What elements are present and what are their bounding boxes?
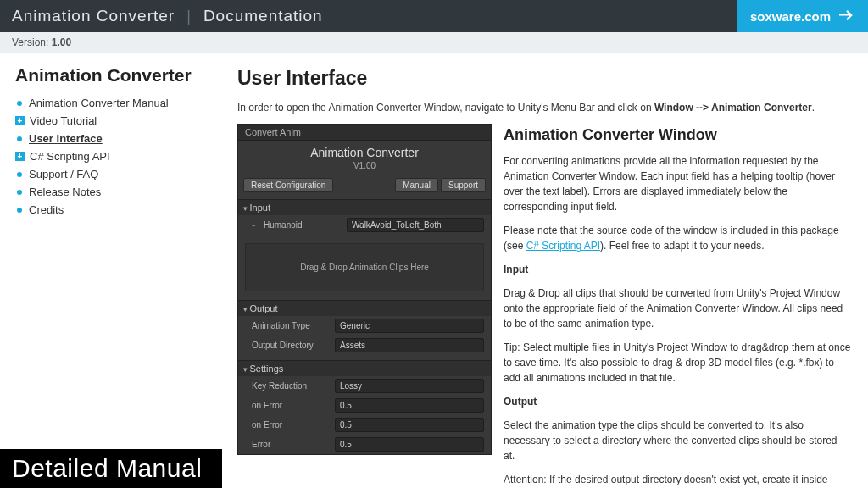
dot-icon bbox=[17, 101, 22, 106]
sidebar-item-label: Video Tutorial bbox=[30, 114, 97, 127]
content: User Interface In order to open the Anim… bbox=[237, 53, 868, 488]
settings-section-header[interactable]: Settings bbox=[238, 360, 491, 376]
version-label: Version: bbox=[12, 36, 48, 48]
sidebar-item-label: Release Notes bbox=[29, 186, 101, 198]
description-column: Animation Converter Window For convertin… bbox=[504, 124, 851, 488]
key-reduction-label: Key Reduction bbox=[252, 381, 330, 391]
dot-icon bbox=[17, 190, 22, 195]
error-label-2: on Error bbox=[252, 420, 330, 430]
page-title: User Interface bbox=[237, 67, 851, 90]
drop-zone[interactable]: Drag & Drop Animation Clips Here bbox=[245, 243, 484, 291]
key-reduction-select[interactable]: Lossy bbox=[335, 379, 484, 393]
bullet-icon: - bbox=[252, 221, 259, 230]
desc-p1: For converting animations provide all th… bbox=[504, 153, 851, 214]
arrow-right-icon bbox=[839, 9, 854, 24]
window-version: V1.00 bbox=[238, 161, 491, 175]
error-field-3[interactable]: 0.5 bbox=[335, 437, 484, 452]
output-directory-field[interactable]: Assets bbox=[335, 338, 484, 352]
output-p1: Select the animation type the clips shou… bbox=[504, 418, 851, 463]
input-clip-row: - Humanoid WalkAvoid_ToLeft_Both bbox=[238, 215, 491, 235]
output-heading: Output bbox=[504, 396, 537, 408]
sidebar-item[interactable]: Credits bbox=[15, 201, 224, 219]
sidebar-heading: Animation Converter bbox=[15, 65, 224, 86]
dot-icon bbox=[17, 208, 22, 213]
scripting-api-link[interactable]: C# Scripting API bbox=[526, 240, 600, 252]
error-label-3: Error bbox=[252, 440, 330, 449]
sidebar-item[interactable]: Release Notes bbox=[15, 183, 224, 201]
error-label-1: on Error bbox=[252, 401, 330, 410]
sidebar-item-label: Animation Converter Manual bbox=[29, 97, 169, 109]
input-p2: Tip: Select multiple files in Unity's Pr… bbox=[504, 340, 851, 385]
input-heading: Input bbox=[504, 263, 528, 275]
animation-type-label: Animation Type bbox=[252, 321, 330, 330]
sidebar-item-label: C# Scripting API bbox=[30, 150, 110, 163]
dot-icon bbox=[17, 172, 22, 177]
support-button[interactable]: Support bbox=[441, 178, 486, 192]
error-field-1[interactable]: 0.5 bbox=[335, 398, 484, 413]
version-bar: Version: 1.00 bbox=[0, 32, 868, 53]
output-section-header[interactable]: Output bbox=[238, 300, 491, 316]
output-directory-label: Output Directory bbox=[252, 341, 330, 350]
divider: | bbox=[186, 8, 192, 25]
sidebar-item-label: Credits bbox=[29, 203, 64, 216]
version-value: 1.00 bbox=[52, 36, 71, 48]
error-field-2[interactable]: 0.5 bbox=[335, 418, 484, 432]
plus-icon: + bbox=[15, 116, 25, 125]
sidebar: Animation Converter Animation Converter … bbox=[0, 53, 237, 488]
section-heading: Animation Converter Window bbox=[504, 124, 851, 147]
input-type-label: Humanoid bbox=[264, 220, 342, 230]
site-link[interactable]: soxware.com bbox=[737, 0, 868, 32]
nav-list: Animation Converter Manual+Video Tutoria… bbox=[15, 94, 224, 219]
sidebar-item-label: User Interface bbox=[29, 132, 103, 145]
input-section-header[interactable]: Input bbox=[238, 199, 491, 215]
sidebar-item[interactable]: Animation Converter Manual bbox=[15, 94, 224, 112]
output-p2: Attention: If the desired output directo… bbox=[504, 472, 851, 488]
sidebar-item[interactable]: Support / FAQ bbox=[15, 165, 224, 183]
topbar: Animation Converter | Documentation soxw… bbox=[0, 0, 868, 32]
dot-icon bbox=[17, 136, 22, 141]
sidebar-item[interactable]: User Interface bbox=[15, 130, 224, 147]
section-title: Documentation bbox=[203, 7, 323, 25]
desc-p2: Please note that the source code of the … bbox=[504, 223, 851, 253]
reset-button[interactable]: Reset Configuration bbox=[243, 178, 333, 192]
sidebar-item-label: Support / FAQ bbox=[29, 168, 98, 180]
manual-button[interactable]: Manual bbox=[395, 178, 438, 192]
sidebar-item[interactable]: +Video Tutorial bbox=[15, 112, 224, 130]
animation-type-select[interactable]: Generic bbox=[335, 319, 484, 333]
plus-icon: + bbox=[15, 152, 25, 161]
window-tab[interactable]: Convert Anim bbox=[238, 125, 491, 141]
sidebar-item[interactable]: +C# Scripting API bbox=[15, 147, 224, 165]
site-link-label: soxware.com bbox=[750, 9, 831, 24]
input-p1: Drag & Drop all clips that should be con… bbox=[504, 286, 851, 331]
overlay-banner: Detailed Manual bbox=[0, 449, 222, 488]
input-clip-field[interactable]: WalkAvoid_ToLeft_Both bbox=[347, 218, 484, 232]
intro-paragraph: In order to open the Animation Converter… bbox=[237, 100, 851, 115]
unity-window: Convert Anim Animation Converter V1.00 R… bbox=[237, 124, 492, 455]
topbar-title: Animation Converter | Documentation bbox=[12, 7, 323, 25]
app-title: Animation Converter bbox=[12, 7, 175, 25]
window-title: Animation Converter bbox=[238, 141, 491, 161]
